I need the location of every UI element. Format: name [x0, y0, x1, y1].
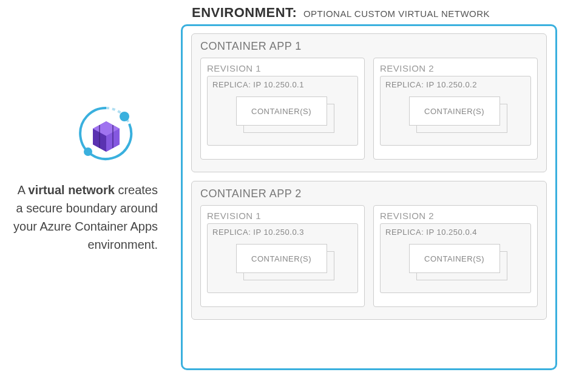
- revision-box: REVISION 2 REPLICA: IP 10.250.0.4 CONTAI…: [373, 205, 538, 307]
- revision-box: REVISION 2 REPLICA: IP 10.250.0.2 CONTAI…: [373, 58, 538, 160]
- replica-title: REPLICA: IP 10.250.0.1: [212, 80, 353, 89]
- container-stack: CONTAINER(S): [231, 243, 334, 280]
- environment-box: CONTAINER APP 1 REVISION 1 REPLICA: IP 1…: [181, 24, 557, 370]
- revision-box: REVISION 1 REPLICA: IP 10.250.0.1 CONTAI…: [200, 58, 365, 160]
- left-panel: A virtual network creates a secure bound…: [12, 103, 158, 254]
- environment-subtitle: OPTIONAL CUSTOM VIRTUAL NETWORK: [303, 8, 490, 19]
- svg-point-0: [120, 112, 129, 121]
- container-card-front: CONTAINER(S): [409, 244, 500, 273]
- container-stack: CONTAINER(S): [231, 95, 334, 133]
- replica-box: REPLICA: IP 10.250.0.1 CONTAINER(S): [207, 76, 358, 146]
- revision-title: REVISION 2: [380, 63, 531, 73]
- revision-box: REVISION 1 REPLICA: IP 10.250.0.3 CONTAI…: [200, 205, 365, 307]
- revision-title: REVISION 1: [207, 211, 358, 221]
- virtual-network-icon: [76, 103, 137, 164]
- caption: A virtual network creates a secure bound…: [12, 181, 158, 254]
- container-app-2: CONTAINER APP 2 REVISION 1 REPLICA: IP 1…: [191, 181, 547, 320]
- container-app-title: CONTAINER APP 2: [200, 188, 538, 200]
- container-app-title: CONTAINER APP 1: [200, 40, 538, 53]
- caption-strong: virtual network: [29, 183, 115, 197]
- revisions-row: REVISION 1 REPLICA: IP 10.250.0.1 CONTAI…: [200, 58, 538, 160]
- container-card-front: CONTAINER(S): [409, 96, 500, 126]
- container-stack: CONTAINER(S): [404, 95, 507, 133]
- container-card-front: CONTAINER(S): [236, 244, 327, 273]
- revision-title: REVISION 2: [380, 211, 531, 221]
- replica-title: REPLICA: IP 10.250.0.2: [385, 80, 526, 89]
- environment-label: ENVIRONMENT:: [192, 5, 297, 20]
- replica-title: REPLICA: IP 10.250.0.3: [212, 228, 353, 237]
- revisions-row: REVISION 1 REPLICA: IP 10.250.0.3 CONTAI…: [200, 205, 538, 307]
- container-card-front: CONTAINER(S): [236, 96, 327, 126]
- environment-header: ENVIRONMENT: OPTIONAL CUSTOM VIRTUAL NET…: [192, 5, 490, 21]
- container-stack: CONTAINER(S): [404, 243, 507, 280]
- svg-point-1: [84, 147, 92, 156]
- caption-prefix: A: [18, 183, 29, 197]
- replica-title: REPLICA: IP 10.250.0.4: [385, 228, 526, 237]
- replica-box: REPLICA: IP 10.250.0.2 CONTAINER(S): [380, 76, 531, 146]
- replica-box: REPLICA: IP 10.250.0.3 CONTAINER(S): [207, 223, 358, 293]
- replica-box: REPLICA: IP 10.250.0.4 CONTAINER(S): [380, 223, 531, 293]
- container-app-1: CONTAINER APP 1 REVISION 1 REPLICA: IP 1…: [191, 33, 547, 172]
- revision-title: REVISION 1: [207, 63, 358, 73]
